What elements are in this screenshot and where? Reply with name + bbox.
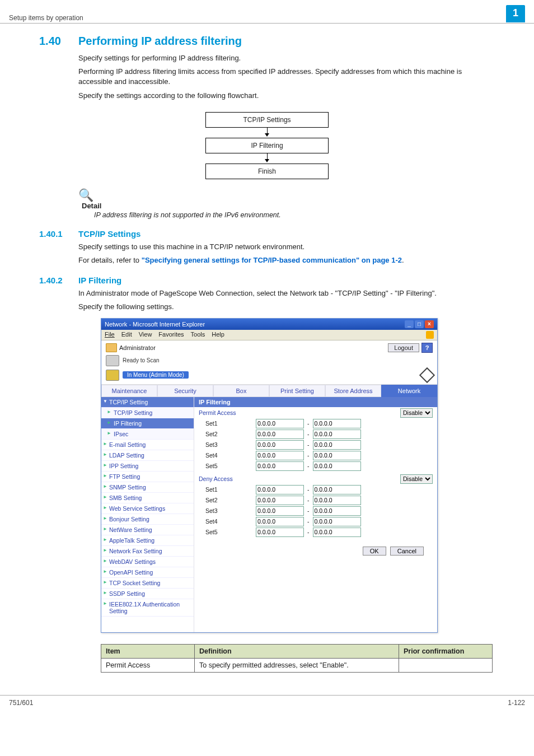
range-dash: - xyxy=(304,431,313,437)
deny-row: Set1- xyxy=(194,484,437,495)
deny-row: Set3- xyxy=(194,506,437,516)
permit-ip-from[interactable] xyxy=(256,451,304,460)
permit-access-label: Permit Access xyxy=(199,409,249,416)
deny-access-select[interactable]: Disable xyxy=(400,474,433,484)
tab-print-setting[interactable]: Print Setting xyxy=(269,385,325,397)
tab-store-address[interactable]: Store Address xyxy=(325,385,381,397)
menu-tools[interactable]: Tools xyxy=(191,331,205,339)
main-tabs: Maintenance Security Box Print Setting S… xyxy=(101,385,437,397)
range-dash: - xyxy=(304,529,313,535)
sidebar-item[interactable]: WebDAV Settings xyxy=(101,557,194,567)
menu-help[interactable]: Help xyxy=(212,331,224,339)
deny-set-label: Set2 xyxy=(199,497,256,503)
menu-file[interactable]: File xyxy=(105,331,115,339)
permit-ip-to[interactable] xyxy=(313,461,361,471)
tab-maintenance[interactable]: Maintenance xyxy=(101,385,157,397)
deny-row: Set4- xyxy=(194,516,437,527)
menu-status-icon xyxy=(106,370,119,381)
tab-network[interactable]: Network xyxy=(381,385,437,397)
deny-ip-from[interactable] xyxy=(256,517,304,526)
detail-text: IP address filtering is not supported in… xyxy=(94,211,495,219)
menu-edit[interactable]: Edit xyxy=(121,331,132,339)
deny-ip-from[interactable] xyxy=(256,528,304,537)
sidebar-item[interactable]: TCP/IP Setting xyxy=(101,397,194,408)
permit-ip-to[interactable] xyxy=(313,440,361,450)
permit-ip-to[interactable] xyxy=(313,451,361,460)
sidebar-item[interactable]: SMB Setting xyxy=(101,493,194,503)
sidebar-item[interactable]: FTP Setting xyxy=(101,472,194,482)
menu-favorites[interactable]: Favorites xyxy=(158,331,184,339)
sidebar-item[interactable]: SNMP Setting xyxy=(101,482,194,493)
permit-set-label: Set5 xyxy=(199,463,256,469)
permit-ip-from[interactable] xyxy=(256,430,304,439)
menu-view[interactable]: View xyxy=(139,331,152,339)
permit-ip-from[interactable] xyxy=(256,461,304,471)
deny-ip-to[interactable] xyxy=(313,517,361,526)
flow-arrow-1 xyxy=(205,128,329,138)
refresh-icon[interactable] xyxy=(419,367,435,382)
range-dash: - xyxy=(304,420,313,427)
deny-ip-from[interactable] xyxy=(256,506,304,516)
maximize-button[interactable]: □ xyxy=(415,320,424,328)
permit-set-label: Set1 xyxy=(199,420,256,427)
deny-ip-from[interactable] xyxy=(256,485,304,494)
sidebar-item[interactable]: IP Filtering xyxy=(101,418,194,429)
range-dash: - xyxy=(304,441,313,448)
permit-row: Set3- xyxy=(194,440,437,450)
deny-ip-to[interactable] xyxy=(313,485,361,494)
subsection-1-number: 1.40.1 xyxy=(39,229,78,239)
window-title: Network - Microsoft Internet Explorer xyxy=(105,321,404,328)
sidebar-item[interactable]: TCP/IP Setting xyxy=(101,408,194,418)
deny-set-label: Set1 xyxy=(199,486,256,493)
sidebar-item[interactable]: AppleTalk Setting xyxy=(101,535,194,546)
tab-box[interactable]: Box xyxy=(213,385,269,397)
permit-access-select[interactable]: Disable xyxy=(400,408,433,418)
admin-icon xyxy=(106,343,117,352)
deny-ip-from[interactable] xyxy=(256,496,304,505)
sub1-para2-suffix: . xyxy=(402,256,404,264)
permit-row: Set2- xyxy=(194,429,437,440)
permit-ip-to[interactable] xyxy=(313,419,361,428)
flow-box-3: Finish xyxy=(205,164,329,179)
sidebar-item[interactable]: TCP Socket Setting xyxy=(101,578,194,589)
sidebar-item[interactable]: SSDP Setting xyxy=(101,589,194,599)
permit-ip-from[interactable] xyxy=(256,419,304,428)
permit-set-label: Set3 xyxy=(199,441,256,448)
sidebar-item[interactable]: Bonjour Setting xyxy=(101,514,194,525)
close-button[interactable]: × xyxy=(425,320,434,328)
cell-definition: To specify permitted addresses, select "… xyxy=(195,658,399,672)
sidebar-item[interactable]: IPsec xyxy=(101,429,194,440)
sidebar-item[interactable]: IEEE802.1X Authentication Setting xyxy=(101,599,194,617)
deny-ip-to[interactable] xyxy=(313,496,361,505)
permit-set-label: Set2 xyxy=(199,431,256,437)
deny-ip-to[interactable] xyxy=(313,506,361,516)
detail-label: Detail xyxy=(82,202,495,210)
breadcrumb: Setup items by operation xyxy=(9,14,506,22)
sidebar: TCP/IP SettingTCP/IP SettingIP Filtering… xyxy=(101,397,194,632)
ready-label: Ready to Scan xyxy=(123,357,160,363)
cancel-button[interactable]: Cancel xyxy=(390,547,424,556)
sidebar-item[interactable]: NetWare Setting xyxy=(101,525,194,535)
sidebar-item[interactable]: Network Fax Setting xyxy=(101,546,194,557)
permit-ip-from[interactable] xyxy=(256,440,304,450)
deny-ip-to[interactable] xyxy=(313,528,361,537)
deny-set-label: Set5 xyxy=(199,529,256,535)
sidebar-item[interactable]: OpenAPI Setting xyxy=(101,567,194,578)
permit-ip-to[interactable] xyxy=(313,430,361,439)
minimize-button[interactable]: _ xyxy=(405,320,414,328)
logout-button[interactable]: Logout xyxy=(388,343,419,352)
sidebar-item[interactable]: Web Service Settings xyxy=(101,503,194,514)
section-para-2: Performing IP address filtering limits a… xyxy=(78,67,495,87)
window-titlebar[interactable]: Network - Microsoft Internet Explorer _ … xyxy=(101,319,437,330)
sidebar-item[interactable]: E-mail Setting xyxy=(101,440,194,450)
ok-button[interactable]: OK xyxy=(363,547,386,556)
tab-security[interactable]: Security xyxy=(157,385,213,397)
range-dash: - xyxy=(304,452,313,459)
sub1-para2-prefix: For details, refer to xyxy=(78,256,142,264)
sub1-link[interactable]: "Specifying general settings for TCP/IP-… xyxy=(142,256,402,264)
section-para-1: Specify settings for performing IP addre… xyxy=(78,53,495,63)
sidebar-item[interactable]: LDAP Setting xyxy=(101,450,194,461)
help-button[interactable]: ? xyxy=(421,343,433,353)
detail-block: 🔍 Detail IP address filtering is not sup… xyxy=(78,189,495,219)
sidebar-item[interactable]: IPP Setting xyxy=(101,461,194,472)
